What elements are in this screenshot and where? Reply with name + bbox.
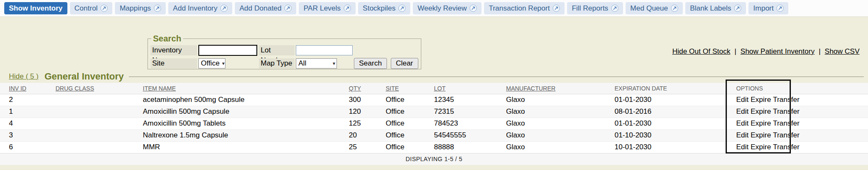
popout-icon[interactable] <box>344 5 351 12</box>
expire-link[interactable]: Expire <box>751 119 771 127</box>
edit-link[interactable]: Edit <box>736 143 748 151</box>
cell-expiration-date: 10-01-2030 <box>606 141 727 153</box>
expire-link[interactable]: Expire <box>751 107 771 115</box>
column-header-qty[interactable]: QTY <box>340 83 377 94</box>
tab-weekly-review[interactable]: Weekly Review <box>413 2 481 14</box>
clear-button[interactable]: Clear <box>391 58 418 69</box>
cell-inv-id: 3 <box>0 129 47 141</box>
tab-control[interactable]: Control <box>70 2 113 14</box>
column-sort-link[interactable]: INV ID <box>9 85 26 92</box>
cell-site: Office <box>377 129 425 141</box>
cell-drug-class <box>47 106 134 118</box>
popout-icon[interactable] <box>734 5 741 12</box>
popout-icon[interactable] <box>398 5 406 12</box>
tab-stockpiles[interactable]: Stockpiles <box>358 2 410 14</box>
column-sort-link[interactable]: MANUFACTURER <box>506 85 556 92</box>
column-header-manufacturer[interactable]: MANUFACTURER <box>497 83 606 94</box>
show-csv-link[interactable]: Show CSV <box>825 47 860 55</box>
cell-expiration-date: 01-01-2030 <box>606 94 727 106</box>
tab-add-donated[interactable]: Add Donated <box>235 2 296 14</box>
transfer-link[interactable]: Transfer <box>773 107 800 115</box>
view-option-links: Hide Out Of Stock | Show Patient Invento… <box>672 47 860 56</box>
cell-manufacturer: Glaxo <box>497 106 606 118</box>
search-form: Inventory Name Lot Number Site Office ▾ … <box>150 45 418 69</box>
popout-icon[interactable] <box>611 5 618 12</box>
popout-icon[interactable] <box>284 5 292 12</box>
cell-inv-id: 6 <box>0 141 47 153</box>
lot-number-label: Lot Number <box>259 45 295 55</box>
hide-out-of-stock-link[interactable]: Hide Out Of Stock <box>672 47 730 55</box>
column-sort-link[interactable]: DRUG CLASS <box>56 85 94 92</box>
inventory-row: 3Naltrexone 1.5mg Capsule20Office5454555… <box>0 129 868 141</box>
column-header-drug-class[interactable]: DRUG CLASS <box>47 83 134 94</box>
column-sort-link[interactable]: ITEM NAME <box>143 85 176 92</box>
tab-import[interactable]: Import <box>748 2 788 14</box>
cell-lot: 72315 <box>425 106 497 118</box>
paging-status: DISPLAYING 1-5 / 5 <box>0 153 868 165</box>
map-type-select-value: All <box>298 59 306 68</box>
cell-drug-class <box>47 94 134 106</box>
search-button[interactable]: Search <box>354 58 387 69</box>
edit-link[interactable]: Edit <box>736 131 748 139</box>
popout-icon[interactable] <box>100 5 108 12</box>
tab-label: Add Inventory <box>173 4 217 13</box>
cell-manufacturer: Glaxo <box>497 129 606 141</box>
section-divider <box>129 77 864 77</box>
table-footer-row: DISPLAYING 1-5 / 5 <box>0 153 868 165</box>
cell-expiration-date: 01-01-2030 <box>606 118 727 129</box>
cell-qty: 120 <box>340 106 377 118</box>
popout-icon[interactable] <box>671 5 678 12</box>
cell-options: Edit Expire Transfer <box>727 141 868 153</box>
inventory-name-input[interactable] <box>198 45 257 56</box>
column-sort-link[interactable]: SITE <box>386 85 399 92</box>
column-sort-link[interactable]: QTY <box>349 85 361 92</box>
transfer-link[interactable]: Transfer <box>773 96 800 104</box>
cell-qty: 25 <box>340 141 377 153</box>
expire-link[interactable]: Expire <box>751 143 771 151</box>
tab-show-inventory[interactable]: Show Inventory <box>4 2 67 14</box>
expire-link[interactable]: Expire <box>751 131 771 139</box>
cell-qty: 125 <box>340 118 377 129</box>
column-header-item-name[interactable]: ITEM NAME <box>134 83 340 94</box>
popout-icon[interactable] <box>553 5 560 12</box>
site-select[interactable]: Office ▾ <box>198 58 225 69</box>
transfer-link[interactable]: Transfer <box>773 119 800 127</box>
cell-drug-class <box>47 118 134 129</box>
transfer-link[interactable]: Transfer <box>773 143 800 151</box>
tab-med-queue[interactable]: Med Queue <box>626 2 683 14</box>
inventory-row: 2acetaminophen 500mg Capsule300Office123… <box>0 94 868 106</box>
tab-transaction-report[interactable]: Transaction Report <box>484 2 565 14</box>
tab-mappings[interactable]: Mappings <box>115 2 166 14</box>
chevron-down-icon: ▾ <box>222 60 225 66</box>
column-header-site[interactable]: SITE <box>377 83 425 94</box>
tab-label: Add Donated <box>239 4 281 13</box>
tab-label: PAR Levels <box>303 4 341 13</box>
map-type-select[interactable]: All ▾ <box>296 58 337 69</box>
tab-add-inventory[interactable]: Add Inventory <box>168 2 232 14</box>
column-header-lot[interactable]: LOT <box>425 83 497 94</box>
cell-drug-class <box>47 141 134 153</box>
popout-icon[interactable] <box>470 5 477 12</box>
popout-icon[interactable] <box>154 5 161 12</box>
link-separator: | <box>734 47 736 55</box>
link-separator: | <box>819 47 821 55</box>
tab-fill-reports[interactable]: Fill Reports <box>567 2 623 14</box>
inventory-row: 4Amoxicillin 500mg Tablets125Office78452… <box>0 118 868 129</box>
expire-link[interactable]: Expire <box>751 96 771 104</box>
show-patient-inventory-link[interactable]: Show Patient Inventory <box>740 47 815 55</box>
edit-link[interactable]: Edit <box>736 119 748 127</box>
tab-blank-labels[interactable]: Blank Labels <box>685 2 746 14</box>
hide-section-link[interactable]: Hide ( 5 ) <box>9 72 39 81</box>
cell-lot: 12345 <box>425 94 497 106</box>
transfer-link[interactable]: Transfer <box>773 131 800 139</box>
lot-number-input[interactable] <box>296 45 353 55</box>
tab-label: Weekly Review <box>417 4 467 13</box>
popout-icon[interactable] <box>220 5 228 12</box>
cell-site: Office <box>377 106 425 118</box>
column-header-inv-id[interactable]: INV ID <box>0 83 47 94</box>
popout-icon[interactable] <box>776 5 784 12</box>
column-sort-link[interactable]: LOT <box>434 85 445 92</box>
edit-link[interactable]: Edit <box>736 107 748 115</box>
tab-par-levels[interactable]: PAR Levels <box>299 2 356 14</box>
edit-link[interactable]: Edit <box>736 96 748 104</box>
